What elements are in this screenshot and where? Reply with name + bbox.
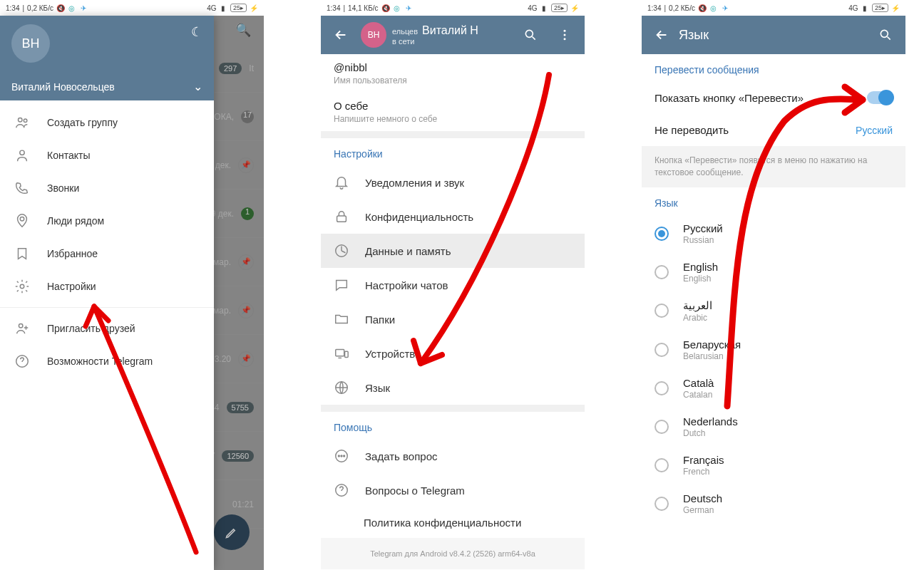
version-label: Telegram для Android v8.4.2 (2526) arm64…: [321, 538, 585, 569]
more-icon[interactable]: [550, 21, 579, 49]
svg-point-7: [525, 30, 533, 37]
menu-saved[interactable]: Избранное: [0, 237, 214, 270]
language-option[interactable]: EnglishEnglish: [642, 253, 905, 291]
language-subtitle: Arabic: [683, 313, 712, 323]
settings-data[interactable]: Данные и память: [321, 234, 585, 268]
radio-button[interactable]: [654, 497, 669, 511]
question-icon: [334, 482, 349, 498]
person-icon: [14, 147, 30, 163]
dont-translate-row[interactable]: Не переводить Русский: [642, 114, 905, 146]
radio-button[interactable]: [654, 304, 669, 318]
user-name[interactable]: Виталий Новосельцев: [11, 81, 115, 93]
language-toolbar: Язык: [642, 16, 905, 54]
svg-point-10: [564, 38, 566, 40]
radio-button[interactable]: [654, 227, 669, 241]
menu-features[interactable]: Возможности Telegram: [0, 345, 214, 378]
lock-icon: [334, 209, 349, 224]
phone-screenshot-1: 1:34 | 0,2 КБ/с 🔇 ◎ ✈ 4G ▮ 25▸ ⚡ 🔍 297It…: [0, 0, 264, 570]
folder-icon: [334, 311, 349, 327]
language-option[interactable]: FrançaisFrench: [642, 446, 905, 484]
radio-button[interactable]: [654, 265, 669, 279]
svg-point-9: [564, 34, 566, 36]
settings-devices[interactable]: Устройства: [321, 336, 585, 370]
settings-chat[interactable]: Настройки чатов: [321, 268, 585, 302]
avatar[interactable]: ВН: [11, 24, 50, 63]
menu-invite[interactable]: Пригласить друзей: [0, 312, 214, 345]
status-speed: 0,2 КБ/с: [669, 4, 695, 12]
language-name: English: [683, 261, 718, 273]
profile-name: Виталий Н: [422, 24, 478, 37]
radio-button[interactable]: [654, 458, 669, 472]
pin-icon: 📌: [238, 254, 254, 270]
search-icon[interactable]: 🔍: [235, 22, 251, 38]
svg-point-18: [341, 455, 342, 457]
radio-button[interactable]: [654, 343, 669, 357]
status-speed: 14,1 КБ/с: [348, 4, 378, 12]
help-icon: [14, 353, 30, 369]
status-battery: 25▸: [551, 4, 568, 12]
language-option[interactable]: БеларускаяBelarusian: [642, 331, 905, 369]
group-icon: [14, 115, 30, 130]
radio-button[interactable]: [654, 381, 669, 395]
back-button[interactable]: [645, 18, 679, 52]
status-battery: 25▸: [872, 4, 888, 12]
profile-toolbar: ВН ельцев Виталий Н в сети: [321, 16, 585, 54]
toggle-switch[interactable]: [867, 91, 893, 104]
settings-language[interactable]: Язык: [321, 370, 585, 405]
menu-settings[interactable]: Настройки: [0, 270, 214, 303]
help-faq[interactable]: Вопросы о Telegram: [321, 473, 585, 507]
language-name: Русский: [683, 222, 723, 234]
svg-point-19: [344, 455, 345, 457]
nearby-icon: [14, 213, 30, 229]
mute-icon: 🔇: [56, 4, 65, 12]
menu-calls[interactable]: Звонки: [0, 172, 214, 204]
search-icon[interactable]: [516, 21, 545, 49]
status-time: 1:34: [647, 4, 661, 12]
compose-fab[interactable]: [214, 514, 250, 550]
bookmark-icon: [14, 246, 30, 261]
svg-point-4: [20, 284, 24, 289]
divider: [0, 307, 214, 308]
help-policy[interactable]: Политика конфиденциальности: [321, 507, 585, 538]
language-option[interactable]: CatalàCatalan: [642, 369, 905, 408]
night-mode-icon[interactable]: ☾: [191, 24, 202, 40]
help-ask[interactable]: Задать вопрос: [321, 439, 585, 473]
navigation-drawer: ВН ☾ Виталий Новосельцев ⌄ Создать групп…: [0, 16, 214, 570]
settings-privacy[interactable]: Конфиденциальность: [321, 200, 585, 234]
search-icon[interactable]: [868, 18, 903, 52]
back-button[interactable]: [327, 21, 355, 49]
about-row[interactable]: О себе Напишите немного о себе: [321, 93, 585, 131]
chevron-down-icon[interactable]: ⌄: [193, 80, 202, 93]
language-subtitle: German: [683, 505, 722, 515]
signal-icon: ▮: [219, 4, 227, 12]
pin-icon: 📌: [238, 303, 254, 318]
section-header-settings: Настройки: [321, 138, 585, 165]
status-speed: 0,2 КБ/с: [27, 4, 53, 12]
language-option[interactable]: DeutschGerman: [642, 484, 905, 523]
globe-icon: [334, 380, 349, 395]
network-icon: 4G: [849, 4, 858, 12]
language-option[interactable]: العربيةArabic: [642, 291, 905, 331]
language-option[interactable]: РусскийRussian: [642, 214, 905, 253]
settings-notifications[interactable]: Уведомления и звук: [321, 165, 585, 200]
section-header-language: Язык: [642, 187, 905, 214]
username-row[interactable]: @nibbl Имя пользователя: [321, 54, 585, 93]
radio-button[interactable]: [654, 420, 669, 434]
svg-point-8: [564, 30, 566, 32]
network-icon: 4G: [207, 4, 216, 12]
language-name: Deutsch: [683, 492, 722, 504]
language-option[interactable]: NederlandsDutch: [642, 408, 905, 446]
show-translate-toggle-row[interactable]: Показать кнопку «Перевести»: [642, 81, 905, 114]
phone-icon: [14, 180, 30, 196]
menu-people-nearby[interactable]: Люди рядом: [0, 204, 214, 237]
svg-rect-14: [345, 351, 349, 357]
menu-create-group[interactable]: Создать группу: [0, 106, 214, 139]
status-bar: 1:34 | 0,2 КБ/с 🔇 ◎ ✈ 4G ▮ 25▸ ⚡: [642, 0, 905, 16]
svg-point-3: [20, 217, 24, 222]
settings-folders[interactable]: Папки: [321, 302, 585, 336]
menu-contacts[interactable]: Контакты: [0, 139, 214, 172]
avatar[interactable]: ВН: [361, 22, 386, 48]
status-battery: 25▸: [230, 4, 247, 12]
language-subtitle: French: [683, 467, 724, 477]
chat-dots-icon: [334, 448, 349, 464]
